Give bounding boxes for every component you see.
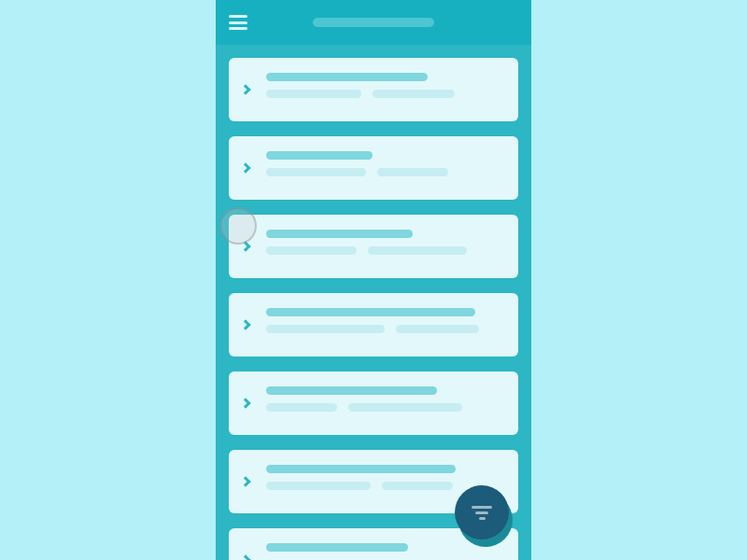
filter-icon — [475, 511, 488, 514]
skeleton-text — [373, 90, 456, 98]
chevron-right-icon — [240, 241, 250, 251]
app-bar — [216, 0, 531, 45]
chevron-right-icon — [240, 84, 250, 94]
chevron-right-icon — [240, 554, 250, 560]
skeleton-title — [266, 543, 408, 552]
chevron-right-icon — [240, 398, 250, 408]
skeleton-title — [266, 151, 373, 160]
skeleton-text — [368, 246, 468, 255]
appbar-title-placeholder — [313, 18, 434, 27]
filter-fab[interactable] — [455, 485, 509, 539]
skeleton-title — [266, 386, 437, 395]
skeleton-text — [266, 403, 337, 412]
skeleton-text — [377, 168, 448, 176]
skeleton-title — [266, 465, 456, 473]
card-list — [216, 45, 531, 560]
skeleton-title — [266, 230, 413, 238]
chevron-right-icon — [240, 476, 250, 486]
hamburger-icon[interactable] — [229, 15, 247, 30]
chevron-right-icon — [240, 162, 250, 173]
skeleton-text — [266, 168, 366, 176]
list-item[interactable] — [229, 136, 518, 200]
phone-frame — [216, 0, 531, 560]
list-item[interactable] — [229, 58, 518, 121]
filter-icon — [479, 517, 486, 520]
skeleton-title — [266, 73, 428, 81]
skeleton-title — [266, 308, 475, 316]
skeleton-text — [382, 482, 453, 490]
list-item[interactable] — [229, 215, 518, 278]
skeleton-text — [348, 403, 462, 412]
skeleton-text — [266, 90, 361, 98]
skeleton-text — [266, 482, 371, 490]
list-item[interactable] — [229, 371, 518, 435]
chevron-right-icon — [240, 319, 250, 329]
skeleton-text — [266, 246, 357, 255]
skeleton-text — [266, 325, 385, 333]
list-item[interactable] — [229, 293, 518, 357]
skeleton-text — [396, 325, 479, 333]
filter-icon — [472, 506, 492, 509]
